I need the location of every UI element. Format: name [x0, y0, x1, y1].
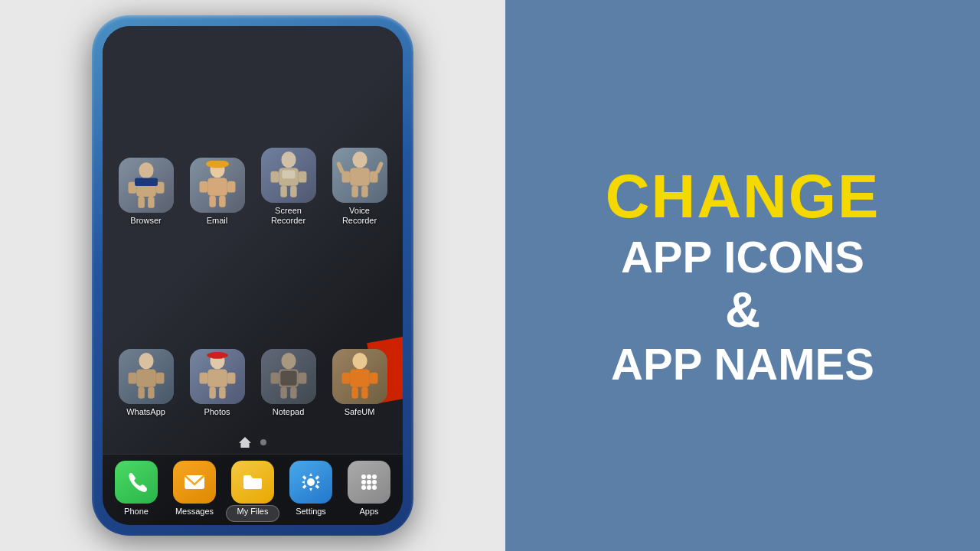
svg-rect-5 — [148, 197, 155, 208]
email-icon — [190, 158, 245, 213]
messages-dock-label: Messages — [175, 507, 214, 516]
app-item-safeum[interactable]: SafeUM — [324, 233, 395, 424]
app-item-notepad[interactable]: Notepad — [253, 233, 324, 424]
dock-item-apps[interactable]: Apps — [340, 461, 398, 516]
apps-dock-label: Apps — [359, 507, 378, 516]
svg-rect-35 — [148, 387, 155, 399]
svg-rect-40 — [209, 387, 216, 399]
svg-point-65 — [361, 485, 366, 490]
safeum-figure — [332, 349, 387, 404]
svg-point-63 — [367, 480, 371, 484]
app-item-whatsapp[interactable]: WhatsApp — [110, 233, 181, 424]
svg-rect-14 — [211, 162, 224, 167]
right-panel: CHANGE APP ICONS & APP NAMES — [505, 0, 980, 551]
phone-bottom-area — [226, 505, 279, 522]
svg-rect-49 — [290, 387, 297, 399]
page-indicators — [103, 431, 403, 454]
phone-inner: Browser — [103, 26, 403, 525]
voice-recorder-figure — [332, 148, 387, 203]
svg-rect-19 — [280, 186, 287, 197]
safeum-label: SafeUM — [345, 407, 375, 417]
svg-point-62 — [361, 480, 366, 484]
svg-rect-46 — [270, 372, 279, 383]
app-item-voice-recorder[interactable]: Voice Recorder — [324, 41, 395, 233]
svg-rect-56 — [361, 387, 368, 399]
svg-point-67 — [372, 485, 377, 490]
phone-screen: Browser — [103, 26, 403, 525]
my-files-dock-icon — [231, 461, 274, 504]
svg-point-0 — [139, 162, 153, 178]
svg-rect-25 — [369, 171, 377, 183]
phone-dock-icon — [115, 461, 158, 504]
svg-rect-54 — [369, 372, 377, 383]
browser-label: Browser — [130, 216, 161, 226]
svg-rect-8 — [207, 178, 227, 196]
svg-rect-11 — [209, 196, 216, 207]
phone-dock-label: Phone — [124, 507, 149, 516]
svg-rect-55 — [351, 387, 358, 399]
svg-point-66 — [367, 485, 371, 490]
svg-rect-10 — [227, 181, 235, 193]
home-page-indicator — [239, 437, 251, 448]
dock-item-phone[interactable]: Phone — [107, 461, 165, 516]
svg-rect-12 — [219, 196, 226, 207]
svg-rect-4 — [138, 197, 145, 208]
screen-recorder-label: Screen Recorder — [271, 206, 305, 226]
svg-rect-43 — [211, 354, 223, 358]
app-item-screen-recorder[interactable]: Screen Recorder — [253, 41, 324, 233]
svg-rect-37 — [207, 369, 227, 386]
app-names-heading: APP NAMES — [606, 339, 880, 390]
svg-point-60 — [367, 474, 371, 479]
dock-item-messages[interactable]: Messages — [165, 461, 224, 516]
voice-recorder-label: Voice Recorder — [342, 206, 377, 226]
whatsapp-label: WhatsApp — [126, 407, 165, 417]
svg-point-59 — [361, 474, 366, 479]
svg-rect-17 — [270, 171, 279, 183]
browser-figure — [119, 158, 174, 213]
svg-point-15 — [281, 152, 296, 168]
app-item-email[interactable]: Email — [181, 41, 253, 233]
phone-wrapper: Browser — [92, 15, 413, 536]
photos-icon — [190, 349, 245, 404]
settings-dock-icon — [289, 461, 332, 504]
svg-rect-24 — [341, 171, 350, 183]
svg-rect-48 — [280, 387, 287, 399]
screen-recorder-icon — [261, 148, 316, 203]
left-panel: Browser — [0, 0, 505, 551]
svg-point-58 — [307, 478, 315, 486]
svg-rect-21 — [282, 171, 295, 179]
photos-label: Photos — [204, 407, 230, 417]
svg-rect-39 — [227, 372, 235, 383]
svg-rect-31 — [136, 369, 156, 386]
voice-recorder-icon — [332, 148, 387, 203]
svg-rect-50 — [280, 370, 296, 385]
svg-point-64 — [372, 480, 377, 484]
headline-text: CHANGE APP ICONS & APP NAMES — [606, 161, 880, 390]
email-figure — [190, 158, 245, 213]
svg-point-30 — [139, 353, 153, 369]
svg-rect-52 — [350, 369, 370, 386]
apps-dock-icon — [348, 461, 390, 504]
svg-rect-6 — [135, 178, 158, 187]
notepad-label: Notepad — [273, 407, 305, 417]
app-item-photos[interactable]: Photos — [181, 233, 253, 424]
svg-rect-32 — [128, 372, 136, 383]
email-label: Email — [207, 216, 228, 226]
second-page-indicator — [260, 439, 266, 445]
svg-rect-23 — [350, 168, 370, 186]
app-item-browser[interactable]: Browser — [110, 41, 181, 233]
home-button[interactable] — [226, 505, 279, 522]
browser-icon — [119, 158, 174, 213]
svg-point-44 — [281, 353, 296, 369]
settings-dock-label: Settings — [296, 507, 326, 516]
safeum-icon — [332, 349, 387, 404]
dock-item-settings[interactable]: Settings — [282, 461, 340, 516]
svg-rect-38 — [199, 372, 207, 383]
app-icons-heading: APP ICONS — [606, 232, 880, 283]
svg-rect-18 — [298, 171, 306, 183]
svg-rect-9 — [199, 181, 207, 193]
whatsapp-figure — [119, 349, 174, 404]
svg-rect-53 — [341, 372, 350, 383]
whatsapp-icon — [119, 349, 174, 404]
app-grid: Browser — [103, 26, 403, 431]
